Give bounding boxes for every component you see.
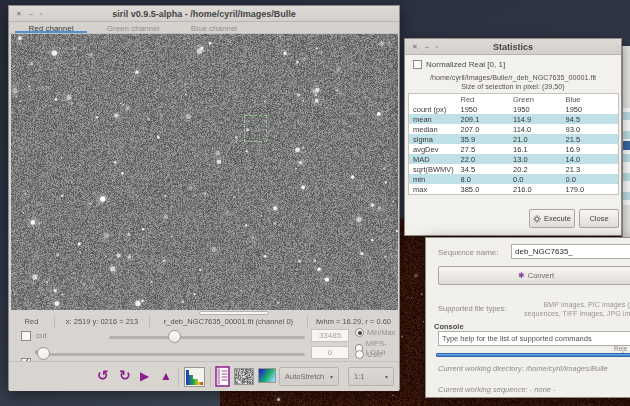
col-header-green: Green — [513, 95, 565, 104]
table-row[interactable]: max385.0216.0179.0 — [409, 184, 618, 194]
sliver-row — [623, 154, 630, 162]
sequence-name-label: Sequence name: — [438, 248, 499, 257]
sliver-row — [623, 112, 630, 120]
display-controls: cut ✓ ∞ Min/Max MIPS-LO/HI User — [9, 327, 399, 361]
close-label: Close — [589, 214, 608, 223]
col-header-red: Red — [461, 95, 513, 104]
statistics-titlebar[interactable]: ✕ – ▫ Statistics — [405, 39, 621, 55]
table-row[interactable]: mean209.1114.994.5 — [409, 114, 618, 124]
main-titlebar[interactable]: ✕ – ▫ siril v0.9.5-alpha - /home/cyril/I… — [9, 6, 399, 22]
progress-label: Reje — [614, 345, 627, 352]
table-row[interactable]: MAD22.013.014.0 — [409, 154, 618, 164]
tab-label: Green channel — [107, 24, 159, 33]
status-bar: Red x: 2519 y: 0216 = 213 r_deb_NGC7635_… — [9, 316, 399, 327]
selection-rectangle[interactable] — [244, 115, 267, 142]
convert-button[interactable]: ✱ Convert — [438, 266, 630, 285]
table-row[interactable]: sqrt(BWMV)34.520.221.3 — [409, 164, 618, 174]
radio-minmax[interactable]: Min/Max — [355, 328, 395, 337]
control-window: Sequence name: ✱ Convert Supported file … — [425, 237, 630, 398]
close-button[interactable]: Close — [579, 209, 619, 228]
starfield-image — [11, 34, 398, 310]
window-title: siril v0.9.5-alpha - /home/cyril/Images/… — [9, 9, 399, 19]
main-window: ✕ – ▫ siril v0.9.5-alpha - /home/cyril/I… — [8, 5, 400, 390]
supported-types-value: BMP images, PIC images (IRIS) sequences,… — [514, 300, 630, 319]
radio-icon — [355, 328, 364, 337]
toolbar-separator — [178, 367, 179, 387]
execute-gear-icon — [533, 215, 541, 223]
log-document-icon[interactable] — [215, 366, 230, 387]
sliver-table — [623, 108, 630, 205]
mirror-x-icon[interactable]: ▶ — [140, 369, 149, 383]
cut-checkbox[interactable] — [21, 331, 31, 341]
status-channel: Red — [9, 316, 54, 327]
hi-value-entry[interactable] — [311, 329, 349, 342]
table-row[interactable]: min8.00.00.0 — [409, 174, 618, 184]
zoom-label: 1:1 — [354, 372, 364, 381]
sliver-row — [623, 131, 630, 139]
working-directory-text: Current working directory: /home/cyril/I… — [438, 364, 608, 373]
table-row[interactable]: count (px)195019501950 — [409, 104, 618, 114]
color-preview-button[interactable] — [258, 368, 276, 383]
table-header-row: Red Green Blue — [409, 94, 618, 104]
grayscale-preview-button[interactable] — [234, 368, 254, 385]
chevron-down-icon: ▾ — [330, 373, 333, 380]
statistics-window: ✕ – ▫ Statistics Normalized Real [0, 1] … — [404, 38, 622, 236]
statistics-title: Statistics — [405, 42, 621, 52]
bottom-toolbar: ↺ ↻ ▶ ▲ AutoStretch ▾ 1:1 — [9, 361, 399, 391]
toolbar-separator — [210, 367, 211, 387]
sliver-row — [623, 192, 630, 200]
execute-button[interactable]: Execute — [529, 209, 575, 228]
cut-label: cut — [36, 331, 47, 340]
progress-bar — [436, 353, 630, 357]
table-row[interactable]: avgDev27.516.116.9 — [409, 144, 618, 154]
active-tab-underline — [15, 31, 87, 34]
histogram-icon[interactable] — [184, 367, 205, 387]
normalized-checkbox[interactable] — [413, 60, 422, 69]
console-label: Console — [434, 322, 464, 331]
scrollbar-thumb[interactable] — [199, 311, 269, 315]
statistics-selection-size: Size of selection in pixel: (39,50) — [405, 82, 621, 91]
autostretch-label: AutoStretch — [285, 372, 324, 381]
normalized-label: Normalized Real [0, 1] — [426, 60, 505, 69]
status-coordinates: x: 2519 y: 0216 = 213 — [54, 316, 149, 327]
tab-green-channel[interactable]: Green channel — [95, 22, 171, 34]
screen: { "icons": { "close": "✕", "minimize": "… — [0, 0, 630, 406]
tab-blue-channel[interactable]: Blue channel — [179, 22, 249, 34]
lo-slider-track[interactable] — [49, 353, 305, 356]
zoom-dropdown[interactable]: 1:1 ▾ — [348, 367, 394, 386]
hi-slider-track[interactable] — [109, 336, 305, 339]
sliver-selected-row — [623, 141, 630, 150]
background-window-sliver — [622, 46, 630, 242]
supported-types-label: Supported file types: — [438, 304, 506, 313]
working-sequence-text: Current working sequence: - none - — [438, 385, 556, 394]
radio-label: Min/Max — [367, 328, 395, 337]
table-row[interactable]: sigma35.921.021.5 — [409, 134, 618, 144]
hi-slider-thumb[interactable] — [168, 330, 181, 343]
tab-label: Blue channel — [191, 24, 237, 33]
chevron-down-icon: ▾ — [385, 373, 388, 380]
image-display-area[interactable] — [11, 34, 398, 310]
statistics-table: Red Green Blue count (px)195019501950 me… — [408, 93, 619, 195]
rotate-ccw-icon[interactable]: ↺ — [97, 367, 109, 383]
table-row[interactable]: median207.0114.093.0 — [409, 124, 618, 134]
lo-value-entry[interactable] — [311, 346, 349, 359]
radio-icon — [355, 350, 364, 359]
mirror-y-icon[interactable]: ▲ — [160, 369, 172, 383]
col-header-blue: Blue — [566, 95, 618, 104]
channel-tabbar: Red channel Green channel Blue channel — [9, 22, 399, 34]
rotate-cw-icon[interactable]: ↻ — [119, 367, 131, 383]
radio-label: User — [367, 350, 383, 359]
execute-label: Execute — [544, 214, 571, 223]
status-filename: r_deb_NGC7635_00001.fit (channel 0) — [149, 316, 307, 327]
radio-user[interactable]: User — [355, 350, 383, 359]
convert-icon: ✱ — [518, 271, 525, 280]
convert-label: Convert — [528, 271, 554, 280]
sliver-row — [623, 173, 630, 181]
autostretch-dropdown[interactable]: AutoStretch ▾ — [279, 367, 339, 386]
lo-slider-thumb[interactable] — [37, 347, 50, 360]
status-fwhm: fwhm = 16.29, r = 0.60 — [307, 316, 399, 327]
sequence-name-input[interactable] — [511, 244, 630, 259]
statistics-file-path: /home/cyril/Images/Bulle/r_deb_NGC7635_0… — [405, 73, 621, 82]
console-input[interactable] — [438, 331, 630, 346]
